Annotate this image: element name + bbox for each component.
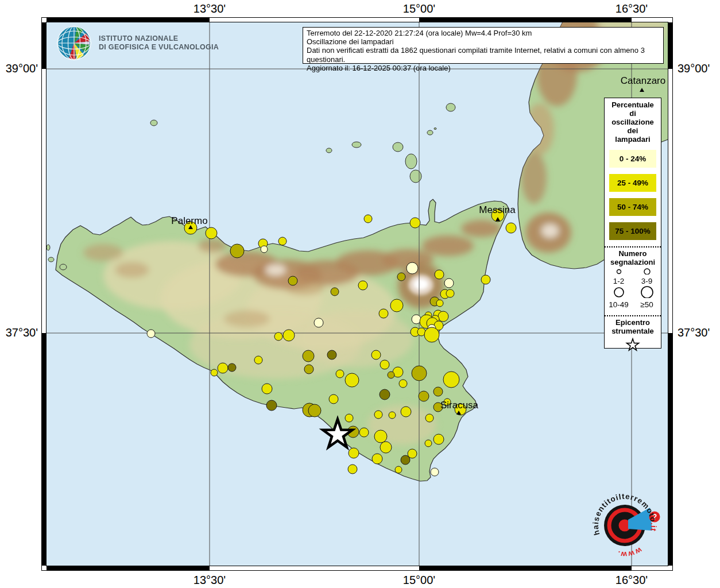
signals-title: Numero segnalazioni: [605, 249, 661, 266]
signal-size-1-2: 1-2: [605, 266, 633, 285]
legend-class-3: 75 - 100%: [609, 222, 656, 240]
event-title-box: Terremoto del 22-12-2020 21:27:24 (ora l…: [303, 27, 664, 64]
legend-class-0: 0 - 24%: [609, 150, 656, 168]
event-effect: Oscillazione dei lampadari: [307, 37, 660, 46]
legend-class-2: 50 - 74%: [609, 198, 656, 216]
ingv-name-line2: DI GEOFISICA E VULCANOLOGIA: [99, 43, 219, 52]
signal-size-10-49: 10-49: [605, 285, 633, 309]
epicenter-title: Epicentro strumentale: [605, 318, 661, 335]
ingv-name-line1: ISTITUTO NAZIONALE: [99, 34, 219, 43]
signal-size-50plus: ≥50: [633, 285, 661, 309]
ingv-name: ISTITUTO NAZIONALE DI GEOFISICA E VULCAN…: [99, 34, 219, 52]
epicenter-star-icon: [624, 336, 641, 354]
ingv-brand: ISTITUTO NAZIONALE DI GEOFISICA E VULCAN…: [56, 25, 219, 61]
circle-size-1-icon: [610, 268, 628, 274]
circle-size-4-icon: [637, 285, 657, 298]
legend-class-1: 25 - 49%: [609, 174, 656, 192]
map-frame-inner: [46, 22, 668, 566]
signal-size-3-9: 3-9: [633, 266, 661, 285]
event-disclaimer: Dati non verificati estratti da 1862 que…: [307, 46, 660, 63]
legend-panel: Percentuale di oscillazione dei lampadar…: [604, 98, 661, 349]
signals-grid: 1-2 3-9 10-49 ≥50: [605, 266, 661, 309]
legend-separator: [605, 315, 661, 316]
circle-size-3-icon: [609, 285, 629, 298]
legend-separator: [605, 246, 661, 247]
event-summary: Terremoto del 22-12-2020 21:27:24 (ora l…: [307, 29, 660, 37]
circle-size-2-icon: [638, 268, 656, 274]
macroseismic-map-page: PalermoMessinaCatanzaroSiracusa ? haisen…: [0, 0, 720, 588]
ingv-globe-icon: [56, 25, 92, 61]
event-updated: Aggiornato il: 16-12-2025 00:37 (ora loc…: [307, 64, 660, 72]
legend-title: Percentuale di oscillazione dei lampadar…: [605, 100, 661, 144]
